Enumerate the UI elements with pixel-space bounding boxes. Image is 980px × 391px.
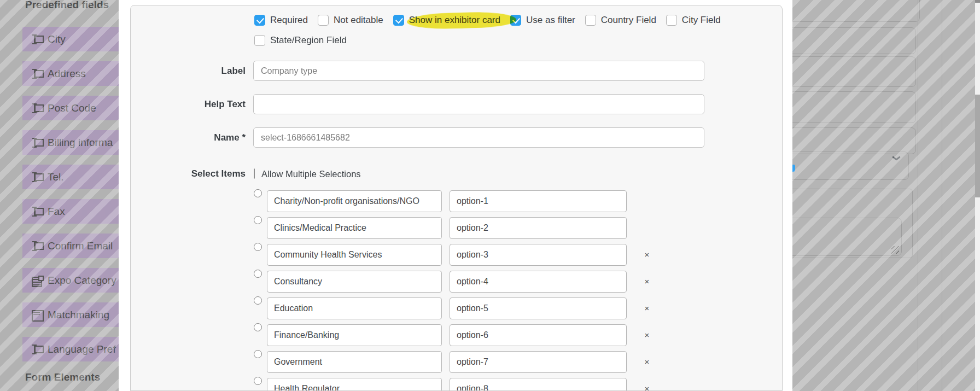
bg-panel-border [918,0,918,391]
predefined-field-button[interactable]: Matchmaking [22,302,119,327]
bg-textarea [792,218,902,256]
predefined-field-button[interactable]: Language Pref [22,337,119,361]
predefined-field-button[interactable]: Tel. [22,165,119,189]
predefined-field-button[interactable]: Confirm Email [22,234,119,258]
allow-multiple-wrap [254,169,255,179]
scrollbar-track[interactable] [975,0,980,391]
settings-input[interactable] [253,127,704,148]
field-settings-dialog: Required Not editable Show in exhibitor … [130,5,783,391]
checkbox-item: Country Field [585,15,656,26]
predefined-field-button[interactable]: Billing informa [22,130,119,155]
checkbox-label: City Field [682,15,721,26]
option-radio[interactable] [254,377,262,385]
allow-multiple-checkbox[interactable] [254,168,255,179]
option-value-input[interactable] [450,244,627,266]
chevron-down-icon [892,156,901,161]
field-type-icon [32,173,44,182]
predefined-fields-panel: Predefined fields City Address Post Code… [0,0,119,391]
option-value-input[interactable] [450,271,627,293]
checkbox[interactable] [585,15,596,26]
scrollbar-thumb[interactable] [975,95,980,197]
predefined-field-label: Fax [48,206,65,218]
option-label-input[interactable] [267,297,442,319]
checkbox[interactable] [318,15,329,26]
bg-field-box [792,56,916,87]
checkbox-label: Use as filter [526,15,575,26]
option-radio[interactable] [254,270,262,278]
option-radio[interactable] [254,189,262,197]
checkbox[interactable] [510,15,521,26]
scrollbar-arrow[interactable] [975,0,980,3]
checkbox-label: Required [270,15,308,26]
checkbox-item: Required [254,15,308,26]
checkbox[interactable] [254,15,265,26]
settings-row: Label [131,61,704,81]
option-radio[interactable] [254,296,262,305]
field-type-icon [32,311,44,319]
option-radio[interactable] [254,350,262,358]
select-options-list: × × × × [254,190,652,391]
predefined-field-button[interactable]: Expo Category [22,268,119,293]
bg-select-box [792,151,909,180]
option-label-input[interactable] [267,378,442,391]
checkbox[interactable] [666,15,677,26]
predefined-field-button[interactable]: Fax [22,199,119,224]
field-type-icon [32,35,44,44]
settings-row: Help Text [131,94,704,114]
remove-option-button[interactable]: × [641,249,652,260]
remove-option-button[interactable]: × [641,330,652,341]
field-type-icon [32,138,44,147]
option-row: × [254,244,652,266]
remove-option-button[interactable]: × [641,383,652,391]
predefined-field-button[interactable]: Post Code [22,96,119,120]
field-type-icon [32,276,44,285]
checkbox-label: State/Region Field [270,35,347,46]
option-radio[interactable] [254,323,262,331]
predefined-field-label: Matchmaking [48,309,109,321]
option-label-input[interactable] [267,351,442,373]
option-label-input[interactable] [267,324,442,346]
checkbox[interactable] [393,15,404,26]
bg-field-box [792,127,916,154]
option-value-input[interactable] [450,217,627,239]
predefined-field-label: Billing informa [48,137,113,149]
bg-field-box [792,91,916,123]
checkbox-item: Show in exhibitor card [393,15,500,26]
checkbox-item: Not editable [318,15,383,26]
predefined-fields-title: Predefined fields [25,0,109,11]
option-row: × [254,324,652,346]
option-radio[interactable] [254,216,262,224]
remove-option-button[interactable]: × [641,357,652,367]
field-type-icon [32,69,44,78]
checkbox-item: City Field [666,15,721,26]
option-value-input[interactable] [450,351,627,373]
predefined-field-button[interactable]: City [22,27,119,51]
select-items-row: Select Items Allow Multiple Selections [131,168,361,179]
predefined-field-label: Tel. [48,171,64,183]
option-label-input[interactable] [267,190,442,212]
predefined-field-label: Post Code [48,102,96,114]
checkbox-item: Use as filter [510,15,575,26]
allow-multiple-label: Allow Multiple Selections [261,169,361,179]
select-items-label: Select Items [131,168,246,179]
field-text-settings: Label Help Text Name * [131,61,704,148]
option-label-input[interactable] [267,271,442,293]
option-label-input[interactable] [267,244,442,266]
option-row: × [254,271,652,293]
checkbox-item: State/Region Field [254,35,783,46]
option-radio[interactable] [254,243,262,251]
option-label-input[interactable] [267,217,442,239]
predefined-field-button[interactable]: Address [22,61,119,86]
option-value-input[interactable] [450,378,627,391]
background-form-stage [792,0,975,391]
remove-option-button[interactable]: × [641,276,652,287]
settings-input[interactable] [253,94,704,114]
settings-input[interactable] [253,61,704,81]
predefined-field-label: City [48,33,66,45]
option-value-input[interactable] [450,297,627,319]
settings-label: Name * [131,132,246,143]
checkbox[interactable] [254,35,265,46]
remove-option-button[interactable]: × [641,303,652,314]
option-value-input[interactable] [450,324,627,346]
option-value-input[interactable] [450,190,627,212]
